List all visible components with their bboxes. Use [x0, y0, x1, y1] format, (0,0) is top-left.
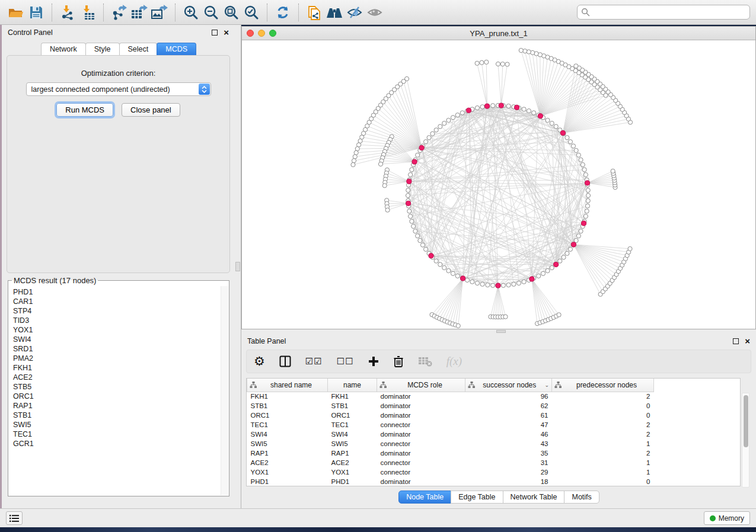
- column-header-name[interactable]: name: [328, 379, 377, 392]
- run-mcds-button[interactable]: Run MCDS: [56, 103, 113, 117]
- cell-name[interactable]: RAP1: [328, 448, 377, 458]
- table-row[interactable]: FKH1FKH1dominator962: [247, 392, 654, 401]
- column-header-successor-nodes[interactable]: successor nodes ⌄: [465, 379, 552, 392]
- cell-shared-name[interactable]: SWI5: [247, 439, 328, 448]
- table-row[interactable]: YOX1YOX1connector291: [247, 467, 654, 477]
- cell-mcds-role[interactable]: dominator: [377, 392, 465, 401]
- table-row[interactable]: TEC1TEC1connector472: [247, 420, 654, 430]
- mcds-result-item[interactable]: CAR1: [13, 297, 221, 306]
- cell-mcds-role[interactable]: connector: [377, 467, 465, 477]
- cell-predecessor-nodes[interactable]: 0: [552, 411, 654, 420]
- deselect-all-button[interactable]: ☐☐: [337, 352, 354, 370]
- delete-table-button[interactable]: [418, 352, 432, 370]
- tab-mcds[interactable]: MCDS: [157, 43, 196, 55]
- tab-edge-table[interactable]: Edge Table: [451, 491, 503, 504]
- cell-mcds-role[interactable]: dominator: [377, 477, 465, 486]
- network-graph[interactable]: [242, 40, 755, 329]
- cell-predecessor-nodes[interactable]: 2: [552, 448, 654, 458]
- cell-shared-name[interactable]: TEC1: [247, 420, 328, 430]
- mcds-list-scrollbar[interactable]: [221, 286, 228, 495]
- table-row[interactable]: STB1STB1dominator620: [247, 401, 654, 411]
- table-row[interactable]: SWI5SWI5connector431: [247, 439, 654, 448]
- criterion-select[interactable]: largest connected component (undirected): [26, 82, 211, 96]
- cell-successor-nodes[interactable]: 47: [465, 420, 552, 430]
- cell-name[interactable]: STB1: [328, 401, 377, 411]
- cell-predecessor-nodes[interactable]: 0: [552, 401, 654, 411]
- table-row[interactable]: ACE2ACE2connector311: [247, 458, 654, 467]
- table-row[interactable]: PHD1PHD1dominator180: [247, 477, 654, 486]
- search-input[interactable]: [592, 8, 746, 17]
- tab-motifs[interactable]: Motifs: [564, 491, 599, 504]
- clone-network-button[interactable]: [304, 2, 324, 23]
- float-panel-icon[interactable]: [212, 30, 218, 36]
- cell-name[interactable]: SWI5: [328, 439, 377, 448]
- cell-mcds-role[interactable]: dominator: [377, 430, 465, 439]
- cell-successor-nodes[interactable]: 61: [465, 411, 552, 420]
- mcds-result-item[interactable]: STB1: [13, 411, 221, 420]
- cell-mcds-role[interactable]: dominator: [377, 411, 465, 420]
- cell-name[interactable]: PHD1: [328, 477, 377, 486]
- find-button[interactable]: [324, 2, 344, 23]
- cell-successor-nodes[interactable]: 96: [465, 392, 552, 401]
- mcds-result-item[interactable]: SWI5: [13, 420, 221, 430]
- table-options-button[interactable]: ⚙: [254, 352, 265, 370]
- cell-successor-nodes[interactable]: 35: [465, 448, 552, 458]
- cell-mcds-role[interactable]: dominator: [377, 448, 465, 458]
- cell-shared-name[interactable]: STB1: [247, 401, 328, 411]
- cell-name[interactable]: FKH1: [328, 392, 377, 401]
- mcds-result-item[interactable]: PHD1: [13, 287, 221, 297]
- cell-successor-nodes[interactable]: 18: [465, 477, 552, 486]
- zoom-selected-button[interactable]: [241, 2, 261, 23]
- cell-mcds-role[interactable]: connector: [377, 420, 465, 430]
- column-header-predecessor-nodes[interactable]: predecessor nodes: [552, 379, 654, 392]
- mcds-result-item[interactable]: ORC1: [13, 392, 221, 401]
- export-network-button[interactable]: [109, 2, 129, 23]
- table-row[interactable]: SWI4SWI4dominator462: [247, 430, 654, 439]
- table-scrollbar[interactable]: [742, 393, 749, 488]
- cell-mcds-role[interactable]: dominator: [377, 401, 465, 411]
- cell-successor-nodes[interactable]: 29: [465, 467, 552, 477]
- mcds-result-item[interactable]: FKH1: [13, 363, 221, 373]
- export-image-button[interactable]: [149, 2, 170, 23]
- hide-details-button[interactable]: [344, 2, 365, 23]
- cell-shared-name[interactable]: ORC1: [247, 411, 328, 420]
- mcds-result-item[interactable]: RAP1: [13, 401, 221, 411]
- cell-shared-name[interactable]: YOX1: [247, 467, 328, 477]
- cell-shared-name[interactable]: RAP1: [247, 448, 328, 458]
- import-table-button[interactable]: [78, 2, 98, 23]
- cell-name[interactable]: YOX1: [328, 467, 377, 477]
- cell-predecessor-nodes[interactable]: 0: [552, 477, 654, 486]
- float-panel-icon[interactable]: [733, 338, 739, 344]
- mcds-result-item[interactable]: PMA2: [13, 354, 221, 363]
- save-session-button[interactable]: [26, 2, 46, 23]
- zoom-out-button[interactable]: [201, 2, 221, 23]
- mcds-result-item[interactable]: YOX1: [13, 325, 221, 335]
- refresh-button[interactable]: [273, 2, 293, 23]
- import-network-button[interactable]: [58, 2, 78, 23]
- mcds-result-item[interactable]: SWI4: [13, 335, 221, 344]
- memory-button[interactable]: Memory: [704, 511, 750, 525]
- birds-eye-view-button[interactable]: [365, 2, 385, 23]
- delete-button[interactable]: [393, 352, 404, 370]
- cell-successor-nodes[interactable]: 62: [465, 401, 552, 411]
- mcds-result-item[interactable]: TID3: [13, 316, 221, 325]
- cell-name[interactable]: ORC1: [328, 411, 377, 420]
- horizontal-splitter[interactable]: [241, 329, 756, 334]
- mcds-result-item[interactable]: ACE2: [13, 373, 221, 382]
- cell-predecessor-nodes[interactable]: 1: [552, 467, 654, 477]
- close-panel-button[interactable]: Close panel: [122, 103, 180, 117]
- open-session-button[interactable]: [6, 2, 26, 23]
- cell-successor-nodes[interactable]: 46: [465, 430, 552, 439]
- table-scrollbar-thumb[interactable]: [744, 395, 748, 447]
- cell-successor-nodes[interactable]: 43: [465, 439, 552, 448]
- add-button[interactable]: [368, 352, 379, 370]
- cell-name[interactable]: TEC1: [328, 420, 377, 430]
- tab-style[interactable]: Style: [85, 43, 120, 55]
- cell-successor-nodes[interactable]: 31: [465, 458, 552, 467]
- network-canvas[interactable]: [242, 40, 755, 329]
- tab-select[interactable]: Select: [119, 43, 158, 55]
- mcds-result-item[interactable]: STP4: [13, 306, 221, 316]
- cell-predecessor-nodes[interactable]: 2: [552, 392, 654, 401]
- tab-network[interactable]: Network: [41, 43, 86, 55]
- cell-shared-name[interactable]: FKH1: [247, 392, 328, 401]
